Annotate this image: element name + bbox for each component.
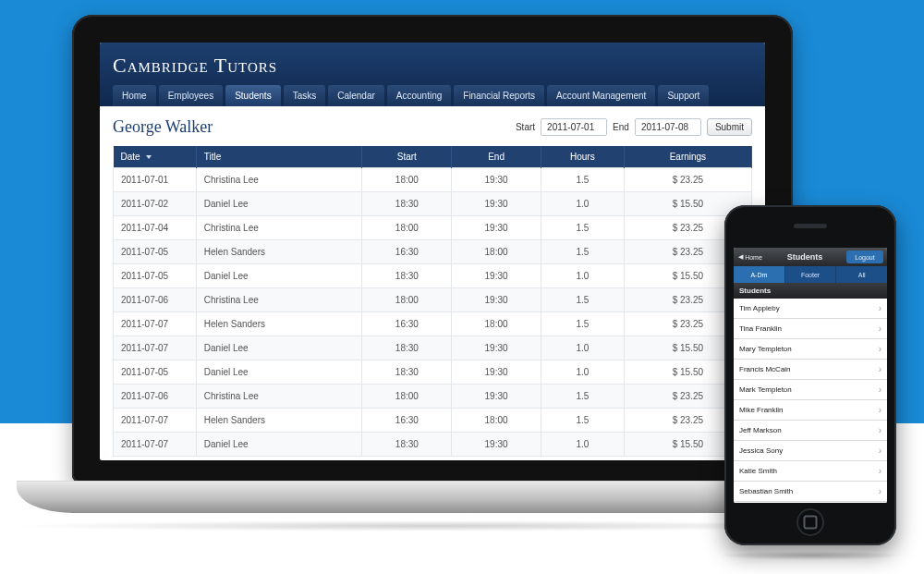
chevron-right-icon: › xyxy=(879,344,881,354)
col-date[interactable]: Date xyxy=(114,146,197,168)
col-earnings[interactable]: Earnings xyxy=(624,146,751,168)
student-name: Tina Franklin xyxy=(739,324,782,333)
cell: 18:30 xyxy=(362,192,452,216)
student-list-item[interactable]: Tim Appleby› xyxy=(734,299,887,319)
table-row[interactable]: 2011-07-04Christina Lee18:0019:301.5$ 23… xyxy=(114,216,752,240)
student-list-item[interactable]: Tina Franklin› xyxy=(734,319,887,339)
segment-2[interactable]: All xyxy=(836,266,887,283)
laptop-base xyxy=(17,481,848,513)
student-list-item[interactable]: Mary Templeton› xyxy=(734,339,887,360)
cell: 18:30 xyxy=(362,433,452,457)
table-row[interactable]: 2011-07-07Helen Sanders16:3018:001.5$ 23… xyxy=(114,312,752,336)
nav-tab-calendar[interactable]: Calendar xyxy=(328,85,384,106)
nav-tab-account-management[interactable]: Account Management xyxy=(547,85,655,106)
cell: 1.0 xyxy=(541,192,624,216)
table-row[interactable]: 2011-07-01Christina Lee18:0019:301.5$ 23… xyxy=(114,168,752,192)
cell: 19:30 xyxy=(452,216,541,240)
cell: 18:00 xyxy=(452,312,541,336)
submit-button[interactable]: Submit xyxy=(707,118,752,136)
cell: 1.0 xyxy=(541,336,624,360)
app-body: George Walker Start End Submit DateTitle… xyxy=(100,106,765,460)
student-name: Jessica Sony xyxy=(739,446,783,455)
cell: 2011-07-07 xyxy=(114,433,197,457)
cell: Daniel Lee xyxy=(196,264,362,288)
chevron-right-icon: › xyxy=(879,466,881,476)
student-name: Mary Templeton xyxy=(739,345,792,353)
student-list-item[interactable]: Jeff Markson› xyxy=(734,421,887,441)
nav-tab-students[interactable]: Students xyxy=(225,85,280,106)
cell: 2011-07-07 xyxy=(114,312,197,336)
col-end[interactable]: End xyxy=(452,146,541,168)
table-row[interactable]: 2011-07-02Daniel Lee18:3019:301.0$ 15.50 xyxy=(114,192,752,216)
table-header-row: DateTitleStartEndHoursEarnings xyxy=(114,146,752,168)
cell: Helen Sanders xyxy=(196,312,362,336)
table-row[interactable]: 2011-07-07Helen Sanders16:3018:001.5$ 23… xyxy=(114,409,752,433)
mobile-back-button[interactable]: ◀ Home xyxy=(734,248,767,266)
cell: 2011-07-04 xyxy=(114,216,197,240)
student-list-item[interactable]: Francis McCain› xyxy=(734,360,887,380)
cell: Christina Lee xyxy=(196,216,362,240)
student-list-item[interactable]: Jessica Sony› xyxy=(734,441,887,461)
student-list-item[interactable]: Sebastian Smith› xyxy=(734,482,887,502)
cell: 2011-07-07 xyxy=(114,409,197,433)
cell: 19:30 xyxy=(452,433,541,457)
student-name: Katie Smith xyxy=(739,467,777,475)
segment-1[interactable]: Footer xyxy=(785,266,837,283)
chevron-right-icon: › xyxy=(879,385,881,395)
start-label: Start xyxy=(516,122,535,132)
cell: 1.5 xyxy=(541,240,624,264)
cell: Daniel Lee xyxy=(196,360,362,385)
mobile-segmented-control: A-DmFooterAll xyxy=(734,266,887,283)
student-list-item[interactable]: Mark Templeton› xyxy=(734,380,887,400)
end-label: End xyxy=(613,122,629,132)
table-row[interactable]: 2011-07-05Daniel Lee18:3019:301.0$ 15.50 xyxy=(114,360,752,385)
cell: Helen Sanders xyxy=(196,409,362,433)
nav-tab-employees[interactable]: Employees xyxy=(159,85,223,106)
app-root: Cambridge Tutors HomeEmployeesStudentsTa… xyxy=(100,43,765,460)
cell: 18:00 xyxy=(452,240,541,264)
cell: 1.5 xyxy=(541,288,624,312)
cell: 18:00 xyxy=(362,168,452,192)
col-hours[interactable]: Hours xyxy=(541,146,624,168)
nav-tab-financial-reports[interactable]: Financial Reports xyxy=(454,85,544,106)
table-row[interactable]: 2011-07-06Christina Lee18:0019:301.5$ 23… xyxy=(114,385,752,409)
mobile-logout-button[interactable]: Logout xyxy=(846,250,883,263)
table-body: 2011-07-01Christina Lee18:0019:301.5$ 23… xyxy=(114,168,752,457)
mobile-title: Students xyxy=(767,252,843,262)
student-list-item[interactable]: Katie Smith› xyxy=(734,461,887,482)
phone-speaker xyxy=(794,224,827,228)
phone-body: ◀ Home Students Logout A-DmFooterAll Stu… xyxy=(724,205,896,545)
start-date-input[interactable] xyxy=(541,118,607,136)
cell: Christina Lee xyxy=(196,288,362,312)
student-list-item[interactable]: Ulysses Cohen› xyxy=(734,502,887,503)
nav-tabs: HomeEmployeesStudentsTasksCalendarAccoun… xyxy=(113,85,752,106)
chevron-right-icon: › xyxy=(879,364,881,374)
table-row[interactable]: 2011-07-05Daniel Lee18:3019:301.0$ 15.50 xyxy=(114,264,752,288)
col-start[interactable]: Start xyxy=(362,146,452,168)
student-list-item[interactable]: Mike Franklin› xyxy=(734,400,887,421)
table-row[interactable]: 2011-07-06Christina Lee18:0019:301.5$ 23… xyxy=(114,288,752,312)
cell: Daniel Lee xyxy=(196,433,362,457)
table-row[interactable]: 2011-07-05Helen Sanders16:3018:001.5$ 23… xyxy=(114,240,752,264)
cell: Christina Lee xyxy=(196,385,362,409)
nav-tab-accounting[interactable]: Accounting xyxy=(387,85,451,106)
segment-0[interactable]: A-Dm xyxy=(734,266,785,283)
cell: 16:30 xyxy=(362,240,452,264)
student-name: Jeff Markson xyxy=(739,426,782,434)
cell: 2011-07-06 xyxy=(114,385,197,409)
table-row[interactable]: 2011-07-07Daniel Lee18:3019:301.0$ 15.50 xyxy=(114,433,752,457)
cell: 19:30 xyxy=(452,288,541,312)
phone-home-button[interactable] xyxy=(796,508,824,536)
nav-tab-home[interactable]: Home xyxy=(113,85,156,106)
nav-tab-support[interactable]: Support xyxy=(658,85,709,106)
page-title: George Walker xyxy=(113,117,213,137)
student-name: Sebastian Smith xyxy=(739,487,793,495)
table-row[interactable]: 2011-07-07Daniel Lee18:3019:301.0$ 15.50 xyxy=(114,336,752,360)
col-title[interactable]: Title xyxy=(196,146,362,168)
cell: 18:00 xyxy=(452,409,541,433)
cell: Daniel Lee xyxy=(196,336,362,360)
chevron-right-icon: › xyxy=(879,324,881,334)
chevron-right-icon: › xyxy=(879,425,881,435)
end-date-input[interactable] xyxy=(635,118,701,136)
nav-tab-tasks[interactable]: Tasks xyxy=(284,85,326,106)
